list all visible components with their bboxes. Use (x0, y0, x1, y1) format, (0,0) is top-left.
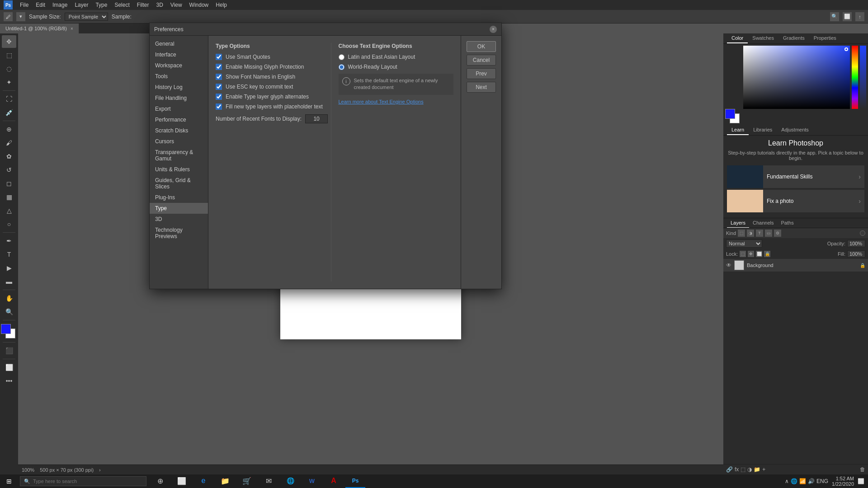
delete-layer-icon[interactable]: 🗑 (860, 466, 865, 473)
enable-missing-glyph-checkbox[interactable] (216, 64, 222, 70)
eraser-tool[interactable]: ◻ (2, 177, 16, 190)
menu-view[interactable]: View (168, 0, 185, 10)
taskbar-app-photoshop[interactable]: Ps (345, 474, 365, 488)
cancel-button[interactable]: Cancel (467, 55, 496, 66)
lock-pixels-icon[interactable]: ⬚ (740, 251, 746, 257)
filter-smart-icon[interactable]: ⚙ (774, 230, 781, 237)
more-tools[interactable]: ••• (2, 375, 16, 387)
latin-layout-radio[interactable] (339, 54, 344, 60)
tray-wifi-icon[interactable]: 📶 (799, 478, 806, 484)
tab-properties[interactable]: Properties (809, 33, 841, 43)
status-arrow[interactable]: › (99, 467, 101, 473)
start-button[interactable]: ⊞ (0, 474, 18, 488)
tray-show-hidden[interactable]: ∧ (785, 478, 789, 484)
taskbar-app-edge[interactable]: e (193, 474, 213, 488)
menu-image[interactable]: Image (50, 0, 70, 10)
sidebar-item-tools[interactable]: Tools (150, 71, 208, 82)
taskbar-search[interactable]: 🔍 (20, 476, 146, 486)
menu-type[interactable]: Type (93, 0, 110, 10)
search-icon[interactable]: 🔍 (830, 12, 839, 21)
arrange-windows-icon[interactable]: ⬜ (843, 12, 852, 21)
dodge-tool[interactable]: ○ (2, 218, 16, 230)
alpha-slider[interactable] (860, 46, 866, 109)
filter-shape-icon[interactable]: ▭ (765, 230, 772, 237)
add-style-icon[interactable]: fx (735, 466, 739, 473)
sidebar-item-workspace[interactable]: Workspace (150, 60, 208, 71)
learn-more-link[interactable]: Learn more about Text Engine Options (339, 99, 424, 104)
quick-mask-toggle[interactable]: ⬛ (2, 344, 16, 357)
menu-help[interactable]: Help (213, 0, 230, 10)
new-layer-icon[interactable]: + (762, 466, 765, 473)
menu-edit[interactable]: Edit (33, 0, 48, 10)
path-selection-tool[interactable]: ▶ (2, 262, 16, 274)
layer-row[interactable]: 👁 Background 🔒 (723, 259, 868, 272)
filter-text-icon[interactable]: T (756, 230, 763, 237)
document-tab[interactable]: Untitled-1 @ 100% (RGB/8) × (0, 23, 79, 33)
world-ready-layout-radio[interactable] (339, 64, 344, 70)
blur-tool[interactable]: △ (2, 204, 16, 217)
modal-close-button[interactable]: × (490, 26, 497, 33)
show-desktop-button[interactable]: ⬜ (858, 478, 864, 484)
use-esc-key-checkbox[interactable] (216, 84, 222, 90)
healing-brush-tool[interactable]: ⊕ (2, 123, 16, 136)
clone-stamp-tool[interactable]: ✿ (2, 150, 16, 163)
lock-artboards-icon[interactable]: ⬜ (756, 251, 762, 257)
taskbar-app-taskview[interactable]: ⬜ (172, 474, 192, 488)
screen-mode-toggle[interactable]: ⬜ (2, 361, 16, 374)
sidebar-item-type[interactable]: Type (150, 203, 208, 214)
taskbar-app-chrome[interactable]: 🌐 (280, 474, 300, 488)
taskbar-app-acrobat[interactable]: A (324, 474, 344, 488)
tab-adjustments[interactable]: Adjustments (777, 125, 813, 135)
taskbar-search-input[interactable] (33, 479, 142, 484)
sidebar-item-general[interactable]: General (150, 38, 208, 49)
filter-pixel-icon[interactable]: ⬚ (738, 230, 745, 237)
eyedropper-tool[interactable]: 💉 (2, 106, 16, 119)
hand-tool[interactable]: ✋ (2, 292, 16, 305)
tray-volume-icon[interactable]: 🔊 (808, 478, 815, 484)
opacity-input[interactable] (847, 240, 865, 247)
brush-tool[interactable]: 🖌 (2, 136, 16, 149)
tab-paths[interactable]: Paths (778, 218, 797, 228)
new-group-icon[interactable]: 📁 (754, 466, 760, 473)
sidebar-item-3d[interactable]: 3D (150, 214, 208, 225)
hue-slider[interactable] (852, 46, 858, 109)
shape-tool[interactable]: ▬ (2, 275, 16, 288)
menu-filter[interactable]: Filter (134, 0, 152, 10)
document-tab-close[interactable]: × (71, 26, 73, 31)
menu-window[interactable]: Window (187, 0, 212, 10)
share-icon[interactable]: ↑ (855, 12, 864, 21)
add-mask-icon[interactable]: ⬚ (741, 466, 745, 473)
sample-size-select[interactable]: Point Sample (65, 13, 108, 21)
recent-fonts-input[interactable] (305, 114, 328, 123)
tray-network-icon[interactable]: 🌐 (791, 478, 797, 484)
tab-gradients[interactable]: Gradients (778, 33, 809, 43)
tray-lang[interactable]: ENG (816, 478, 828, 484)
tab-layers[interactable]: Layers (727, 218, 749, 228)
new-adjustment-icon[interactable]: ◑ (747, 466, 752, 473)
history-brush-tool[interactable]: ↺ (2, 164, 16, 176)
taskbar-app-store[interactable]: 🛒 (237, 474, 257, 488)
filter-toggle[interactable] (860, 230, 865, 236)
gradient-tool[interactable]: ▦ (2, 191, 16, 203)
sidebar-item-file-handling[interactable]: File Handling (150, 93, 208, 103)
layer-visibility-toggle[interactable]: 👁 (726, 262, 731, 268)
blend-mode-select[interactable]: Normal (726, 239, 762, 248)
magic-wand-tool[interactable]: ✦ (2, 76, 16, 89)
tutorial-card-fundamental[interactable]: Fundamental Skills › (727, 165, 864, 188)
tab-libraries[interactable]: Libraries (749, 125, 777, 135)
menu-file[interactable]: File (17, 0, 31, 10)
move-tool[interactable]: ✥ (2, 35, 16, 48)
prev-button[interactable]: Prev (467, 68, 496, 79)
sidebar-item-plug-ins[interactable]: Plug-Ins (150, 192, 208, 203)
lock-all-icon[interactable]: 🔒 (764, 251, 770, 257)
foreground-color[interactable] (1, 324, 11, 334)
type-tool[interactable]: T (2, 248, 16, 261)
enable-type-layer-checkbox[interactable] (216, 94, 222, 100)
use-smart-quotes-checkbox[interactable] (216, 54, 222, 60)
taskbar-app-explorer[interactable]: 📁 (215, 474, 235, 488)
show-font-names-checkbox[interactable] (216, 74, 222, 80)
color-gradient-picker[interactable] (743, 46, 850, 109)
fill-input[interactable] (847, 250, 865, 258)
pen-tool[interactable]: ✒ (2, 235, 16, 247)
link-layers-icon[interactable]: 🔗 (726, 466, 733, 473)
